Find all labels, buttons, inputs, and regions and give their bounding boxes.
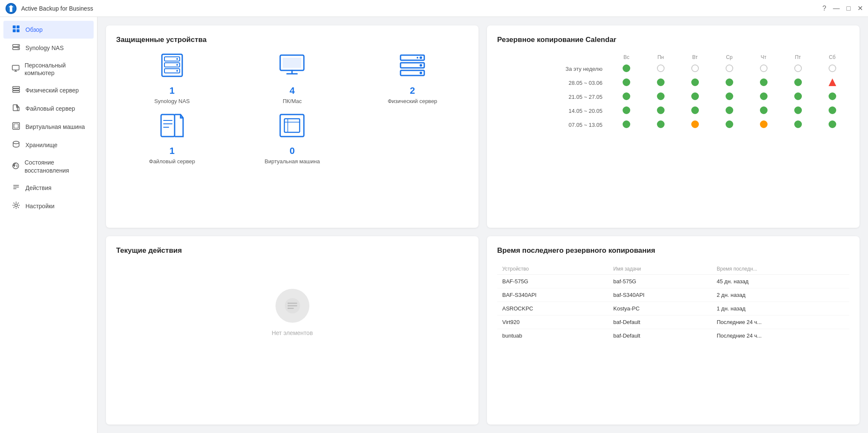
svg-rect-36 — [161, 115, 175, 137]
device-pc[interactable]: 4 ПК/Mac — [236, 53, 348, 104]
backup-row-2[interactable]: ASROCKPCKostya-PC1 дн. назад — [497, 302, 849, 315]
cal-header-fri: Пт — [781, 53, 815, 62]
sidebar-label-settings: Настройки — [25, 202, 55, 210]
vm-icon — [12, 122, 20, 131]
cal-dot-1-3 — [712, 76, 746, 90]
backup-row-3[interactable]: Virt920baf-DefaultПоследние 24 ч... — [497, 315, 849, 329]
svg-rect-4 — [13, 29, 16, 32]
svg-point-8 — [18, 45, 19, 46]
vm-device-icon — [278, 113, 306, 143]
svg-rect-3 — [17, 25, 19, 28]
cal-dot-3-3 — [712, 104, 746, 118]
cal-week-label-0: За эту неделю — [497, 62, 609, 76]
backup-calendar-card: Резервное копирование Calendar Вс Пн Вт … — [487, 25, 860, 228]
backup-cell-task-0: baf-575G — [608, 274, 712, 288]
cal-week-label-4: 07.05 ~ 13.05 — [497, 118, 609, 132]
server-icon — [12, 86, 20, 95]
sidebar-item-restore[interactable]: Состояние восстановления — [3, 154, 94, 178]
cal-dot-4-0 — [609, 118, 643, 132]
cal-dot-3-0 — [609, 104, 643, 118]
file-server-icon — [12, 104, 20, 113]
cal-dot-4-3 — [712, 118, 746, 132]
minimize-button[interactable]: — — [833, 5, 840, 12]
protected-devices-title: Защищенные устройства — [116, 36, 468, 44]
svg-point-19 — [15, 204, 17, 207]
maximize-button[interactable]: □ — [846, 5, 851, 12]
close-button[interactable]: ✕ — [857, 4, 863, 12]
calendar-table: Вс Пн Вт Ср Чт Пт Сб За эту неделю28.05 … — [497, 53, 849, 132]
svg-point-24 — [176, 58, 178, 60]
sidebar-label-vm: Виртуальная машина — [25, 123, 85, 131]
sidebar-item-nas[interactable]: Synology NAS — [3, 39, 94, 57]
restore-icon — [12, 162, 19, 171]
help-button[interactable]: ? — [822, 5, 826, 12]
svg-rect-5 — [17, 29, 19, 32]
cal-dot-2-5 — [781, 90, 815, 104]
cal-dot-1-4 — [746, 76, 781, 90]
device-nas[interactable]: 1 Synology NAS — [116, 53, 228, 104]
sidebar-label-file-server: Файловый сервер — [25, 105, 75, 112]
device-server[interactable]: 2 Физический сервер — [356, 53, 468, 104]
sidebar-item-vm[interactable]: Виртуальная машина — [3, 118, 94, 136]
backup-cell-time-0: 45 дн. назад — [712, 274, 849, 288]
titlebar: Active Backup for Business ? — □ ✕ — [0, 0, 868, 17]
nas-count: 1 — [170, 85, 175, 96]
server-name: Физический сервер — [388, 98, 437, 104]
backup-row-4[interactable]: buntuabbaf-DefaultПоследние 24 ч... — [497, 329, 849, 342]
sidebar-item-pc[interactable]: Персональный компьютер — [3, 57, 94, 81]
svg-rect-13 — [13, 91, 19, 92]
svg-rect-10 — [12, 65, 19, 70]
cal-dot-4-2 — [678, 118, 712, 132]
pc-name: ПК/Mac — [283, 98, 302, 104]
svg-point-9 — [18, 48, 19, 49]
cal-header-sat: Сб — [815, 53, 849, 62]
sidebar-label-restore: Состояние восстановления — [25, 159, 85, 174]
cal-header-mon: Пн — [643, 53, 678, 62]
app-title: Active Backup for Business — [21, 5, 93, 12]
cal-dot-0-3 — [712, 62, 746, 76]
cal-dot-4-1 — [643, 118, 678, 132]
backup-cell-device-2: ASROCKPC — [497, 302, 608, 315]
svg-point-34 — [420, 72, 422, 74]
cal-header-tue: Вт — [678, 53, 712, 62]
cal-dot-4-5 — [781, 118, 815, 132]
sidebar-item-actions[interactable]: Действия — [3, 179, 94, 197]
titlebar-controls: ? — □ ✕ — [822, 4, 863, 12]
cal-week-label-2: 21.05 ~ 27.05 — [497, 90, 609, 104]
backup-row-1[interactable]: BAF-S340APIbaf-S340API2 дн. назад — [497, 288, 849, 302]
sidebar-item-file-server[interactable]: Файловый сервер — [3, 100, 94, 117]
server-device-icon — [399, 53, 426, 83]
svg-point-32 — [420, 56, 422, 59]
sidebar-item-overview[interactable]: Обзор — [3, 21, 94, 39]
device-vm[interactable]: 0 Виртуальная машина — [236, 113, 348, 165]
last-backup-title: Время последнего резервного копирования — [497, 246, 849, 255]
nas-name: Synology NAS — [154, 98, 190, 104]
cal-dot-1-0 — [609, 76, 643, 90]
current-actions-card: Текущие действия Нет элементов — [106, 236, 479, 425]
file-server-device-icon — [159, 113, 186, 143]
backup-col-task: Имя задачи — [608, 263, 712, 275]
backup-calendar-title: Резервное копирование Calendar — [497, 36, 849, 44]
sidebar-item-physical-server[interactable]: Физический сервер — [3, 81, 94, 99]
sidebar-item-storage[interactable]: Хранилище — [3, 136, 94, 154]
svg-point-40 — [287, 302, 289, 304]
sidebar-label-physical-server: Физический сервер — [25, 87, 79, 94]
sidebar-label-storage: Хранилище — [25, 141, 58, 149]
svg-point-35 — [417, 57, 418, 59]
cal-dot-0-5 — [781, 62, 815, 76]
actions-icon — [12, 183, 20, 193]
sidebar-item-settings[interactable]: Настройки — [3, 197, 94, 215]
svg-rect-28 — [283, 58, 301, 68]
svg-point-42 — [287, 307, 289, 309]
svg-rect-12 — [13, 89, 19, 90]
device-file-server[interactable]: 1 Файловый сервер — [116, 113, 228, 165]
backup-cell-time-4: Последние 24 ч... — [712, 329, 849, 342]
backup-cell-time-3: Последние 24 ч... — [712, 315, 849, 329]
backup-row-0[interactable]: BAF-575Gbaf-575G45 дн. назад — [497, 274, 849, 288]
cal-dot-2-6 — [815, 90, 849, 104]
cal-dot-0-0 — [609, 62, 643, 76]
cal-dot-0-2 — [678, 62, 712, 76]
monitor-icon — [12, 64, 19, 74]
grid-icon — [12, 25, 20, 34]
app-body: Обзор Synology NAS Персональный комп — [0, 17, 868, 433]
